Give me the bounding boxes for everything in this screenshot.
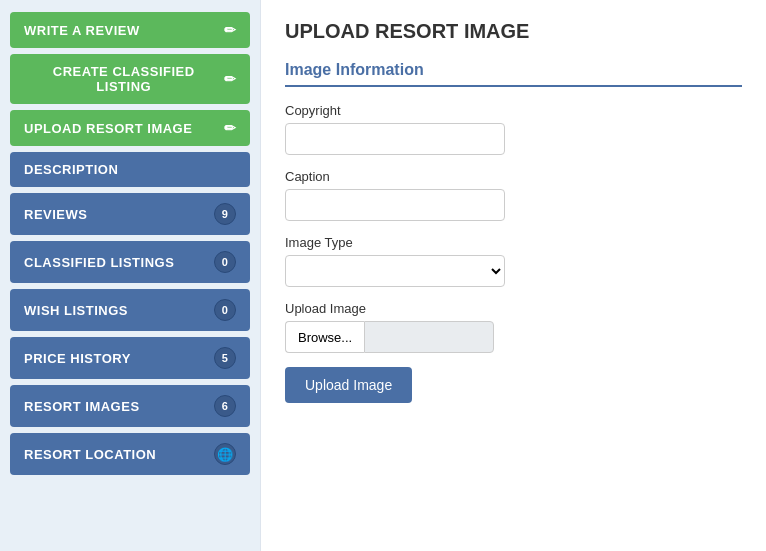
sidebar: WRITE A REVIEW ✏ CREATE CLASSIFIED LISTI… [0,0,260,551]
upload-resort-image-button[interactable]: UPLOAD RESORT IMAGE ✏ [10,110,250,146]
write-review-label: WRITE A REVIEW [24,23,140,38]
upload-resort-icon: ✏ [224,120,237,136]
sidebar-item-resort-images[interactable]: RESORT IMAGES 6 [10,385,250,427]
create-classified-button[interactable]: CREATE CLASSIFIED LISTING ✏ [10,54,250,104]
globe-icon: 🌐 [214,443,236,465]
file-upload-row: Browse... [285,321,742,353]
browse-button[interactable]: Browse... [285,321,364,353]
upload-image-group: Upload Image Browse... [285,301,742,353]
resort-images-badge: 6 [214,395,236,417]
reviews-label: REVIEWS [24,207,87,222]
upload-image-label: Upload Image [285,301,742,316]
sidebar-item-classified-listings[interactable]: CLASSIFIED LISTINGS 0 [10,241,250,283]
caption-group: Caption [285,169,742,221]
copyright-input[interactable] [285,123,505,155]
image-type-group: Image Type [285,235,742,287]
write-review-icon: ✏ [224,22,237,38]
copyright-label: Copyright [285,103,742,118]
price-history-label: PRICE HISTORY [24,351,131,366]
resort-images-label: RESORT IMAGES [24,399,140,414]
write-review-button[interactable]: WRITE A REVIEW ✏ [10,12,250,48]
sidebar-item-description[interactable]: DESCRIPTION [10,152,250,187]
sidebar-item-wish-listings[interactable]: WISH LISTINGS 0 [10,289,250,331]
upload-resort-label: UPLOAD RESORT IMAGE [24,121,192,136]
description-label: DESCRIPTION [24,162,118,177]
classified-listings-badge: 0 [214,251,236,273]
image-type-label: Image Type [285,235,742,250]
wish-listings-label: WISH LISTINGS [24,303,128,318]
classified-listings-label: CLASSIFIED LISTINGS [24,255,174,270]
upload-submit-button[interactable]: Upload Image [285,367,412,403]
sidebar-item-resort-location[interactable]: RESORT LOCATION 🌐 [10,433,250,475]
caption-input[interactable] [285,189,505,221]
sidebar-item-reviews[interactable]: REVIEWS 9 [10,193,250,235]
create-classified-label: CREATE CLASSIFIED LISTING [24,64,224,94]
image-type-select[interactable] [285,255,505,287]
page-title: UPLOAD RESORT IMAGE [285,20,742,43]
main-content: UPLOAD RESORT IMAGE Image Information Co… [260,0,766,551]
sidebar-item-price-history[interactable]: PRICE HISTORY 5 [10,337,250,379]
create-classified-icon: ✏ [224,71,237,87]
reviews-badge: 9 [214,203,236,225]
resort-location-label: RESORT LOCATION [24,447,156,462]
price-history-badge: 5 [214,347,236,369]
wish-listings-badge: 0 [214,299,236,321]
caption-label: Caption [285,169,742,184]
copyright-group: Copyright [285,103,742,155]
file-input-display [364,321,494,353]
section-header: Image Information [285,61,742,87]
